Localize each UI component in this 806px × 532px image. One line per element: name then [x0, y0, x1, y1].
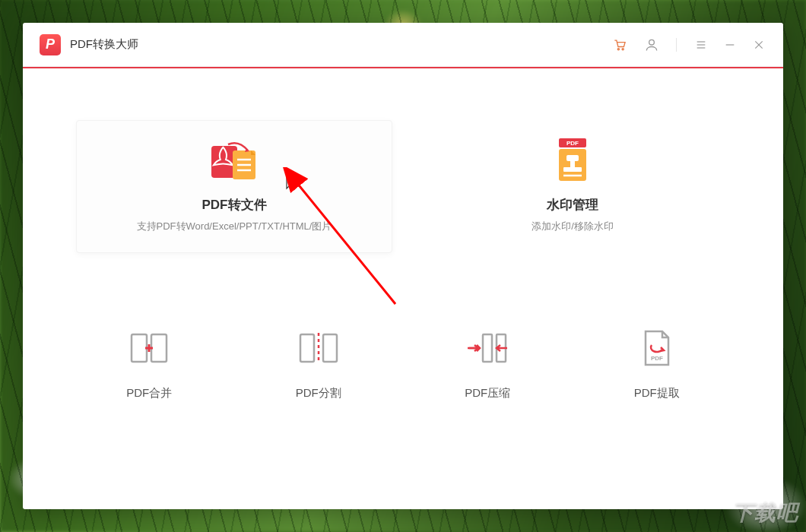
- card-subtitle: 添加水印/移除水印: [532, 220, 614, 233]
- svg-point-2: [649, 40, 655, 45]
- divider: [676, 38, 677, 52]
- card-pdf-compress[interactable]: PDF压缩: [414, 306, 561, 420]
- merge-icon: [129, 327, 170, 369]
- svg-rect-21: [132, 334, 147, 362]
- svg-text:PDF: PDF: [566, 140, 579, 147]
- svg-point-1: [622, 48, 624, 49]
- card-title: 水印管理: [547, 196, 598, 214]
- card-watermark[interactable]: PDF 水印管理 添加水印/移除水印: [415, 120, 730, 253]
- menu-icon[interactable]: [693, 37, 709, 52]
- app-logo: P: [40, 34, 61, 55]
- pdf-convert-icon: [207, 140, 262, 182]
- row-tools: PDF合并 PDF分割: [76, 306, 730, 420]
- row-main-features: PDF转文件 支持PDF转Word/Excel/PPT/TXT/HTML/图片 …: [76, 120, 730, 253]
- svg-rect-18: [570, 161, 575, 167]
- card-pdf-split[interactable]: PDF分割: [246, 306, 392, 420]
- card-subtitle: 支持PDF转Word/Excel/PPT/TXT/HTML/图片: [137, 220, 332, 233]
- watermark-icon: PDF: [551, 140, 594, 182]
- app-title: PDF转换大师: [70, 37, 138, 52]
- svg-rect-22: [151, 334, 167, 362]
- card-pdf-convert[interactable]: PDF转文件 支持PDF转Word/Excel/PPT/TXT/HTML/图片: [76, 120, 392, 253]
- minimize-icon[interactable]: [722, 37, 738, 52]
- svg-text:PDF: PDF: [651, 355, 663, 362]
- compress-icon: [465, 327, 510, 369]
- card-pdf-merge[interactable]: PDF合并: [76, 306, 223, 420]
- watermark-text: 下载吧: [732, 499, 798, 527]
- user-icon[interactable]: [644, 37, 659, 52]
- card-pdf-extract[interactable]: PDF PDF提取: [584, 306, 731, 420]
- svg-rect-25: [300, 334, 314, 362]
- titlebar: P PDF转换大师: [23, 23, 783, 67]
- svg-rect-19: [563, 167, 582, 172]
- content-area: PDF转文件 支持PDF转Word/Excel/PPT/TXT/HTML/图片 …: [23, 67, 783, 509]
- card-label: PDF提取: [634, 386, 680, 401]
- card-label: PDF合并: [126, 386, 172, 401]
- svg-rect-28: [483, 334, 492, 362]
- svg-point-0: [617, 48, 619, 49]
- extract-icon: PDF: [639, 327, 674, 369]
- svg-rect-17: [566, 155, 579, 161]
- close-icon[interactable]: [751, 37, 766, 52]
- card-title: PDF转文件: [202, 196, 267, 214]
- app-window: P PDF转换大师: [23, 23, 783, 509]
- split-icon: [297, 327, 340, 369]
- cart-icon[interactable]: [612, 37, 627, 52]
- header-underline: [23, 67, 783, 68]
- svg-rect-26: [323, 334, 337, 362]
- card-label: PDF压缩: [465, 386, 510, 401]
- card-label: PDF分割: [296, 386, 341, 401]
